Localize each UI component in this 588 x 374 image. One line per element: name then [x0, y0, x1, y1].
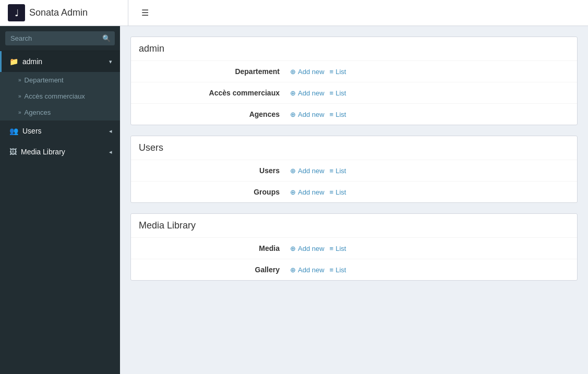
plus-circle-icon: ⊕ [290, 111, 296, 118]
chevron-left-icon: ◂ [109, 149, 112, 155]
plus-circle-icon: ⊕ [290, 68, 296, 76]
users-add-new-link[interactable]: ⊕ Add new [290, 167, 325, 175]
sidebar-group-admin-label: admin [22, 57, 42, 66]
admin-section-header: admin [131, 37, 577, 61]
list-icon: ≡ [330, 167, 334, 175]
chevron-right-icon: » [18, 77, 21, 83]
main-content: admin Departement ⊕ Add new ≡ List [120, 26, 588, 374]
users-section-title: Users [139, 142, 569, 153]
plus-circle-icon: ⊕ [290, 245, 296, 252]
admin-section-title: admin [139, 43, 569, 54]
sidebar-group-media-library-label: Media Library [21, 148, 65, 156]
groups-add-new-link[interactable]: ⊕ Add new [290, 188, 325, 196]
list-icon: ≡ [330, 111, 334, 118]
agences-label: Agences [141, 110, 290, 118]
gallery-add-new-link[interactable]: ⊕ Add new [290, 266, 325, 274]
groups-actions: ⊕ Add new ≡ List [290, 188, 567, 196]
table-row: Departement ⊕ Add new ≡ List [131, 61, 577, 82]
users-actions: ⊕ Add new ≡ List [290, 167, 567, 175]
users-list-link[interactable]: ≡ List [330, 167, 346, 175]
departement-actions: ⊕ Add new ≡ List [290, 68, 567, 76]
gallery-list-link[interactable]: ≡ List [330, 266, 346, 274]
search-input[interactable] [5, 31, 115, 45]
gallery-actions: ⊕ Add new ≡ List [290, 266, 567, 274]
sidebar-item-departement[interactable]: » Departement [0, 72, 120, 88]
media-list-link[interactable]: ≡ List [330, 245, 346, 252]
media-library-section-body: Media ⊕ Add new ≡ List Gallery [131, 238, 577, 280]
search-input-wrapper: 🔍 [5, 31, 115, 45]
admin-section: admin Departement ⊕ Add new ≡ List [130, 37, 578, 125]
agences-actions: ⊕ Add new ≡ List [290, 111, 567, 118]
acces-commerciaux-list-link[interactable]: ≡ List [330, 89, 346, 97]
list-icon: ≡ [330, 266, 334, 274]
media-label: Media [141, 244, 290, 252]
agences-add-new-link[interactable]: ⊕ Add new [290, 111, 325, 118]
sidebar-item-agences[interactable]: » Agences [0, 104, 120, 120]
admin-section-body: Departement ⊕ Add new ≡ List Accès comme… [131, 61, 577, 125]
navbar-divider [128, 0, 128, 26]
sidebar-group-media-library: 🖼 Media Library ◂ [0, 141, 120, 162]
hamburger-button[interactable]: ☰ [136, 5, 154, 20]
admin-sub-menu: » Departement » Accès commerciaux » Agen… [0, 72, 120, 120]
groups-list-link[interactable]: ≡ List [330, 188, 346, 196]
sidebar-group-admin-header[interactable]: 📁 admin ▾ [0, 51, 120, 72]
users-icon: 👥 [9, 127, 18, 135]
layout: 🔍 📁 admin ▾ » Departement [0, 26, 588, 374]
plus-circle-icon: ⊕ [290, 167, 296, 175]
sidebar-group-admin: 📁 admin ▾ » Departement » Accès commerci… [0, 51, 120, 120]
sidebar: 🔍 📁 admin ▾ » Departement [0, 26, 120, 374]
chevron-right-icon: » [18, 110, 21, 115]
media-library-section: Media Library Media ⊕ Add new ≡ List [130, 213, 578, 281]
gallery-label: Gallery [141, 266, 290, 274]
departement-add-new-link[interactable]: ⊕ Add new [290, 68, 325, 76]
media-library-section-header: Media Library [131, 214, 577, 238]
top-navbar: ♩ Sonata Admin ☰ [0, 0, 588, 26]
plus-circle-icon: ⊕ [290, 266, 296, 274]
search-container: 🔍 [0, 26, 120, 51]
acces-commerciaux-add-new-link[interactable]: ⊕ Add new [290, 89, 325, 97]
brand-name: Sonata Admin [29, 7, 88, 18]
list-icon: ≡ [330, 188, 334, 196]
departement-label: Departement [141, 67, 290, 76]
search-icon[interactable]: 🔍 [102, 34, 111, 42]
agences-list-link[interactable]: ≡ List [330, 111, 346, 118]
users-section-header: Users [131, 136, 577, 160]
sidebar-menu: 📁 admin ▾ » Departement » Accès commerci… [0, 51, 120, 374]
table-row: Groups ⊕ Add new ≡ List [131, 182, 577, 202]
table-row: Accès commerciaux ⊕ Add new ≡ List [131, 82, 577, 104]
list-icon: ≡ [330, 68, 334, 76]
sidebar-group-users: 👥 Users ◂ [0, 120, 120, 141]
acces-commerciaux-label: Accès commerciaux [141, 89, 290, 97]
list-icon: ≡ [330, 89, 334, 97]
brand: ♩ Sonata Admin [8, 4, 120, 21]
image-icon: 🖼 [9, 148, 17, 156]
list-icon: ≡ [330, 245, 334, 252]
groups-label: Groups [141, 188, 290, 196]
users-section: Users Users ⊕ Add new ≡ List [130, 136, 578, 203]
chevron-right-icon: » [18, 93, 21, 99]
table-row: Media ⊕ Add new ≡ List [131, 238, 577, 259]
brand-icon: ♩ [8, 4, 25, 21]
table-row: Agences ⊕ Add new ≡ List [131, 104, 577, 125]
sidebar-group-media-library-header[interactable]: 🖼 Media Library ◂ [0, 141, 120, 162]
media-actions: ⊕ Add new ≡ List [290, 245, 567, 252]
media-add-new-link[interactable]: ⊕ Add new [290, 245, 325, 252]
chevron-down-icon: ▾ [109, 58, 112, 65]
plus-circle-icon: ⊕ [290, 89, 296, 97]
departement-list-link[interactable]: ≡ List [330, 68, 346, 76]
sidebar-item-acces-commerciaux[interactable]: » Accès commerciaux [0, 88, 120, 104]
sidebar-group-users-label: Users [22, 127, 42, 135]
users-label: Users [141, 166, 290, 175]
chevron-left-icon: ◂ [109, 128, 112, 135]
users-section-body: Users ⊕ Add new ≡ List Groups [131, 160, 577, 202]
table-row: Gallery ⊕ Add new ≡ List [131, 259, 577, 280]
folder-icon: 📁 [9, 57, 18, 66]
acces-commerciaux-actions: ⊕ Add new ≡ List [290, 89, 567, 97]
sidebar-group-users-header[interactable]: 👥 Users ◂ [0, 120, 120, 141]
media-library-section-title: Media Library [139, 220, 569, 231]
table-row: Users ⊕ Add new ≡ List [131, 160, 577, 182]
plus-circle-icon: ⊕ [290, 188, 296, 196]
